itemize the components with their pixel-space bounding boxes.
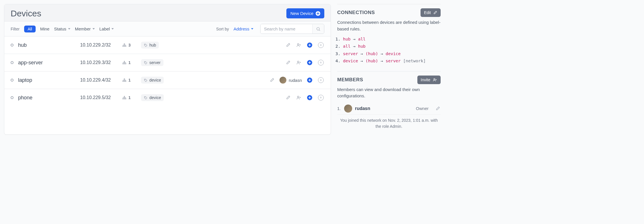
members-desc: Members can view and download their own … (337, 86, 441, 99)
invite-member-button[interactable]: Invite (417, 76, 441, 84)
pencil-icon (433, 11, 437, 15)
plus-icon (307, 43, 312, 48)
svg-point-23 (297, 96, 299, 98)
connections-section: CONNECTIONS Edit Connections between dev… (337, 4, 441, 65)
row-actions (285, 42, 324, 49)
panel-header: Devices New Device (4, 4, 331, 22)
filter-bar: Filter All Mine Status Member Label Sort… (4, 22, 331, 36)
add-user-icon (433, 78, 437, 82)
device-list: hub 10.10.229.2/32 3 hub app-server 10.1… (4, 36, 331, 106)
download-button[interactable] (317, 77, 324, 84)
row-actions (285, 94, 324, 101)
connections-list: hub → allall → hubserver → (hub) → devic… (337, 36, 441, 65)
member-row: 1. rudasn Owner (337, 103, 441, 115)
filter-label-dropdown[interactable]: Label (99, 26, 114, 31)
members-section: MEMBERS Invite Members can view and down… (337, 71, 441, 130)
devices-panel: Devices New Device Filter All Mine Statu… (4, 4, 331, 135)
sortby-select[interactable]: Address (234, 26, 253, 31)
svg-point-1 (124, 44, 125, 45)
connections-desc: Connections between devices are defined … (337, 19, 441, 32)
member-index: 1. (337, 106, 341, 111)
edit-device-button[interactable] (285, 95, 291, 101)
svg-point-15 (124, 81, 125, 82)
download-button[interactable] (317, 42, 324, 49)
svg-point-2 (123, 46, 124, 47)
member-name: rudasn (355, 106, 370, 111)
add-button[interactable] (306, 77, 313, 83)
row-actions (285, 59, 324, 66)
status-indicator (11, 96, 14, 99)
plus-icon (307, 60, 312, 65)
member-role: Owner (416, 106, 429, 111)
device-name: hub (18, 42, 76, 48)
avatar (344, 105, 352, 113)
add-button[interactable] (306, 94, 313, 101)
device-peers: 1 (122, 78, 136, 82)
svg-point-20 (124, 99, 125, 99)
device-ip: 10.10.229.4/32 (80, 78, 117, 83)
filter-member[interactable]: Member (75, 26, 95, 31)
edit-member-button[interactable] (435, 106, 441, 111)
connection-rule: server → (hub) → device (343, 50, 441, 57)
member-list: 1. rudasn Owner (337, 103, 441, 115)
svg-point-8 (123, 63, 124, 64)
assign-user-button[interactable] (296, 42, 302, 48)
svg-point-12 (297, 61, 299, 63)
device-peers: 1 (122, 95, 136, 100)
svg-point-18 (124, 96, 125, 97)
plus-icon (307, 78, 312, 83)
svg-point-11 (145, 62, 145, 62)
add-button[interactable] (306, 42, 313, 48)
search-input[interactable] (261, 24, 312, 34)
device-row[interactable]: app-server 10.10.229.3/32 1 server (4, 54, 331, 72)
filter-status[interactable]: Status (54, 26, 70, 31)
tag-chip[interactable]: hub (141, 42, 159, 49)
svg-point-7 (124, 61, 125, 62)
filter-mine[interactable]: Mine (40, 26, 50, 31)
edit-device-button[interactable] (285, 60, 291, 65)
svg-point-9 (124, 63, 125, 64)
device-owner-name: rudasn (289, 78, 302, 83)
edit-connections-button[interactable]: Edit (421, 8, 441, 17)
connections-title: CONNECTIONS (337, 10, 375, 16)
download-button[interactable] (317, 59, 324, 66)
add-button[interactable] (306, 59, 313, 66)
page-title: Devices (11, 9, 41, 18)
device-owner: rudasn (279, 77, 302, 84)
filter-all[interactable]: All (24, 26, 36, 32)
svg-point-21 (125, 99, 126, 99)
device-tags: device (141, 94, 281, 101)
device-name: phone (18, 95, 76, 101)
chevron-down-icon (68, 28, 70, 30)
search-button[interactable] (312, 24, 324, 34)
device-name: app-server (18, 60, 76, 66)
assign-user-button[interactable] (296, 60, 302, 65)
new-device-button[interactable]: New Device (286, 8, 324, 18)
device-row[interactable]: laptop 10.10.229.4/32 1 device rudasn (4, 72, 331, 89)
download-icon (318, 77, 324, 83)
chevron-down-icon (251, 28, 253, 30)
members-title: MEMBERS (337, 77, 363, 83)
device-ip: 10.10.229.3/32 (80, 60, 117, 65)
device-row[interactable]: phone 10.10.229.5/32 1 device (4, 89, 331, 106)
assign-user-button[interactable] (296, 95, 302, 101)
download-button[interactable] (317, 94, 324, 101)
svg-point-10 (125, 63, 126, 64)
tag-chip[interactable]: device (141, 94, 164, 101)
edit-device-button[interactable] (285, 42, 291, 48)
avatar (279, 77, 286, 84)
connection-rule: hub → all (343, 36, 441, 43)
chevron-down-icon (111, 28, 114, 30)
svg-point-19 (123, 99, 124, 99)
device-peers: 1 (122, 60, 136, 65)
svg-point-13 (124, 79, 125, 80)
svg-point-22 (145, 97, 145, 97)
plus-circle-icon (316, 11, 320, 16)
tag-chip[interactable]: server (141, 59, 163, 66)
svg-point-3 (124, 46, 125, 47)
tag-chip[interactable]: device (141, 77, 164, 84)
search-wrap (260, 24, 324, 34)
edit-device-button[interactable] (269, 77, 275, 83)
device-row[interactable]: hub 10.10.229.2/32 3 hub (4, 36, 331, 54)
new-device-label: New Device (290, 11, 313, 16)
